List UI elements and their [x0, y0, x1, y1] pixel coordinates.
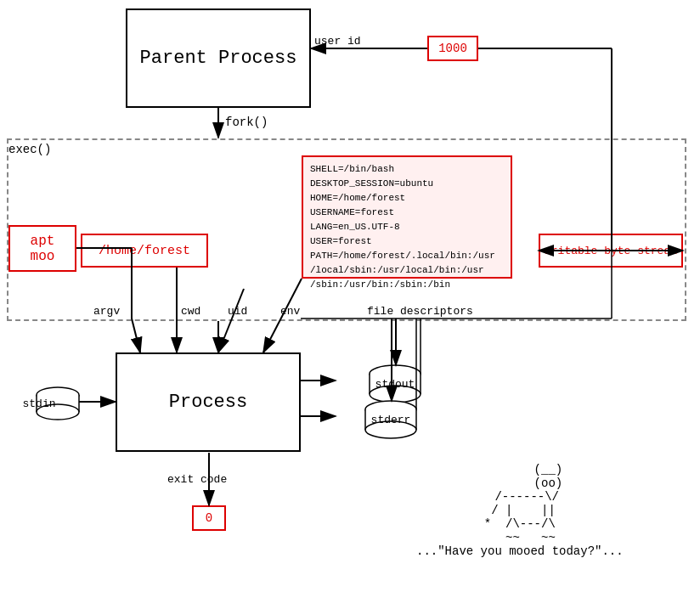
fd-label: file descriptors	[367, 305, 473, 318]
uid-label: uid	[228, 305, 247, 318]
cwd-label: cwd	[181, 305, 200, 318]
cow-art: (__) (oo) /------\/ / | || * /\---/\ ~~ …	[416, 463, 624, 558]
diagram: exec() Parent Process Process apt moo /h…	[0, 0, 700, 592]
fork-label: fork()	[225, 116, 268, 129]
uid-arrow	[218, 289, 244, 352]
userid-text-label: user id	[314, 35, 361, 48]
argv-label: argv	[93, 305, 120, 318]
stdout-text: stdout	[375, 378, 415, 391]
exitcode-label: exit code	[167, 473, 227, 486]
env-label: env	[280, 305, 301, 318]
stdin-text: stdin	[22, 397, 55, 410]
argv-to-process	[132, 319, 140, 352]
stderr-text: stderr	[371, 414, 411, 426]
